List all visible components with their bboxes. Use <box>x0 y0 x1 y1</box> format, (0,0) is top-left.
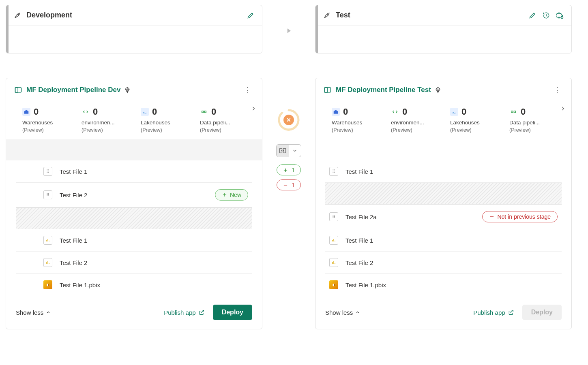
more-menu[interactable]: ⋮ <box>551 85 563 94</box>
rocket-icon <box>13 11 21 19</box>
sync-status-icon[interactable]: ✕ <box>277 108 301 132</box>
svg-rect-4 <box>204 111 206 113</box>
show-less-toggle[interactable]: Show less <box>16 309 51 316</box>
count-environments[interactable]: 0 environmen... (Preview) <box>391 107 444 133</box>
svg-point-8 <box>327 14 328 15</box>
pbix-icon <box>43 280 52 289</box>
svg-rect-10 <box>325 88 331 92</box>
rocket-icon <box>323 11 331 19</box>
svg-rect-11 <box>325 88 328 92</box>
svg-rect-12 <box>511 111 513 113</box>
publish-app-link[interactable]: Publish app <box>164 309 204 316</box>
deploy-button: Deploy <box>522 305 562 320</box>
list-item[interactable]: Test File 1 <box>16 229 252 252</box>
workspace-title-dev[interactable]: MF Deployment Pipeline Dev <box>26 86 242 94</box>
list-item[interactable]: Test File 1 <box>325 229 562 252</box>
dataset-icon: ⠿ <box>329 212 338 221</box>
pencil-icon[interactable] <box>528 11 536 19</box>
diff-removed-chip[interactable]: 1 <box>277 179 301 190</box>
count-warehouses[interactable]: 0 Warehouses (Preview) <box>332 107 384 133</box>
dataset-icon: ⠿ <box>43 190 52 199</box>
not-in-previous-badge: Not in previous stage <box>482 211 558 222</box>
pbix-icon <box>329 280 338 289</box>
history-icon[interactable] <box>542 11 550 19</box>
report-icon <box>43 258 52 267</box>
list-item[interactable]: Test File 1.pbix <box>325 274 562 296</box>
dataset-icon: ⠿ <box>43 167 52 176</box>
stage-card-development: Development <box>6 5 262 53</box>
report-icon <box>329 258 338 267</box>
count-lakehouses[interactable]: 0 Lakehouses (Preview) <box>450 107 503 133</box>
publish-app-link[interactable]: Publish app <box>473 309 514 316</box>
svg-rect-1 <box>15 88 21 92</box>
count-datapipelines[interactable]: 0 Data pipeli... (Preview) <box>509 107 562 133</box>
section-divider <box>6 139 262 160</box>
premium-icon <box>434 86 442 94</box>
workspace-card-dev: MF Deployment Pipeline Dev ⋮ 0 Warehouse… <box>6 78 262 329</box>
workspace-icon <box>324 86 332 94</box>
placeholder-row <box>16 207 252 229</box>
report-icon <box>329 236 338 245</box>
list-item[interactable]: ⠿ Test File 1 <box>16 160 252 183</box>
svg-rect-13 <box>514 111 515 113</box>
list-item[interactable]: Test File 2 <box>16 252 252 274</box>
workspace-card-test: MF Deployment Pipeline Test ⋮ 0 Warehous… <box>315 78 572 329</box>
list-item[interactable]: Test File 2 <box>325 252 562 274</box>
stage-title: Development <box>26 11 247 19</box>
list-item[interactable]: ⠿ Test File 2a Not in previous stage <box>325 205 562 229</box>
pencil-icon[interactable] <box>247 11 255 19</box>
count-warehouses[interactable]: 0 Warehouses (Preview) <box>22 107 75 133</box>
compare-view-toggle[interactable] <box>276 144 301 157</box>
workspace-title-test[interactable]: MF Deployment Pipeline Test <box>336 86 551 94</box>
svg-rect-3 <box>202 111 204 113</box>
new-badge: New <box>215 189 248 201</box>
svg-rect-2 <box>15 88 18 92</box>
svg-point-9 <box>561 16 563 18</box>
show-less-toggle[interactable]: Show less <box>325 309 360 316</box>
list-item[interactable]: ⠿ Test File 2 New <box>16 183 252 207</box>
more-menu[interactable]: ⋮ <box>242 85 254 94</box>
stage-title: Test <box>336 11 528 19</box>
count-datapipelines[interactable]: 0 Data pipeli... (Preview) <box>200 107 253 133</box>
artifact-counts: 0 Warehouses (Preview) 0 environmen... (… <box>315 98 571 139</box>
list-item[interactable]: Test File 1.pbix <box>16 274 252 296</box>
artifact-counts: 0 Warehouses (Preview) 0 environmen... (… <box>6 98 262 139</box>
deploy-arrow-icon[interactable] <box>285 27 293 35</box>
workspace-icon <box>14 86 22 94</box>
svg-point-0 <box>18 14 19 15</box>
count-lakehouses[interactable]: 0 Lakehouses (Preview) <box>141 107 193 133</box>
stage-card-test: Test <box>315 5 572 53</box>
count-environments[interactable]: 0 environmen... (Preview) <box>82 107 134 133</box>
diff-added-chip[interactable]: 1 <box>277 164 301 175</box>
premium-icon <box>124 86 131 94</box>
compare-side-by-side-icon[interactable] <box>277 145 289 157</box>
deploy-button[interactable]: Deploy <box>213 305 252 320</box>
artifact-list-test: ⠿ Test File 1 ⠿ Test File 2a Not in prev… <box>315 160 571 296</box>
chevron-right-icon[interactable] <box>560 106 566 111</box>
list-item[interactable]: ⠿ Test File 1 <box>325 160 562 183</box>
artifact-list-dev: ⠿ Test File 1 ⠿ Test File 2 New Test Fil… <box>6 160 262 296</box>
chevron-right-icon[interactable] <box>251 106 256 111</box>
dataset-icon: ⠿ <box>329 167 338 176</box>
placeholder-row <box>325 183 562 205</box>
chevron-down-icon[interactable] <box>289 145 301 157</box>
section-spacer <box>315 139 571 160</box>
report-icon <box>43 236 52 245</box>
settings-icon[interactable] <box>556 11 564 19</box>
